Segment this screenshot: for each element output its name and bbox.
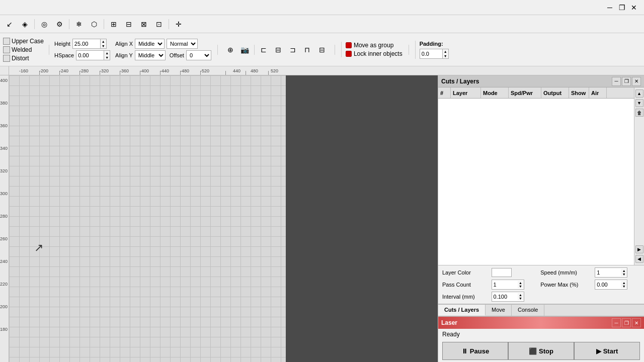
hspace-spin-up[interactable]: ▲ xyxy=(104,51,110,55)
move-as-group-row: Move as group xyxy=(346,42,403,49)
aligny-select[interactable]: Middle Top Bottom xyxy=(135,50,166,60)
cuts-delete-button[interactable]: 🗑 xyxy=(635,109,643,117)
laser-start-button[interactable]: ▶ Start xyxy=(574,342,640,360)
padding-spin-down[interactable]: ▼ xyxy=(443,54,448,58)
align-left-icon[interactable]: ⊏ xyxy=(257,43,270,56)
distort-checkbox-row: Distort xyxy=(3,55,44,62)
align-center-h-icon[interactable]: ⊟ xyxy=(272,43,285,56)
canvas-area[interactable]: ↗ xyxy=(9,75,438,362)
aligny-label: Align Y xyxy=(115,52,133,58)
align-center-v-icon[interactable]: ⊟ xyxy=(315,43,329,56)
toolbar-icon-7[interactable]: ⊞ xyxy=(107,18,120,31)
hspace-spin-down[interactable]: ▼ xyxy=(104,55,110,60)
align-sep xyxy=(254,45,255,55)
toolbar-icon-8[interactable]: ⊟ xyxy=(122,18,135,31)
restore-button[interactable]: ❐ xyxy=(616,2,628,14)
interval-input[interactable] xyxy=(492,292,518,301)
height-row: Height ▲ ▼ xyxy=(54,39,110,49)
upper-case-checkbox[interactable] xyxy=(3,38,10,45)
col-show: Show xyxy=(569,87,589,98)
height-label: Height xyxy=(54,41,70,47)
laser-minimize-button[interactable]: ─ xyxy=(612,318,621,327)
main-toolbar: ↙ ◈ ◎ ⚙ ❄ ⬡ ⊞ ⊟ ⊠ ⊡ ✛ xyxy=(0,15,644,33)
toolbar-icon-3[interactable]: ◎ xyxy=(38,18,51,31)
cuts-side-buttons: ▲ ▼ 🗑 ▶ ◀ xyxy=(634,87,644,265)
group-lock-area: Move as group Lock inner objects xyxy=(341,42,403,57)
toolbar-icon-9[interactable]: ⊠ xyxy=(137,18,150,31)
align-top-icon[interactable]: ⊓ xyxy=(301,43,314,56)
close-button[interactable]: ✕ xyxy=(628,2,640,14)
welded-checkbox[interactable] xyxy=(3,46,10,53)
cuts-up-button[interactable]: ▲ xyxy=(635,89,643,98)
toolbar-icon-1[interactable]: ↙ xyxy=(3,18,16,31)
toolbar-icon-11[interactable]: ✛ xyxy=(172,18,185,31)
titlebar: ─ ❐ ✕ xyxy=(0,0,644,15)
cuts-restore-button[interactable]: ❐ xyxy=(622,77,631,86)
padding-input[interactable] xyxy=(420,49,442,59)
toolbar-icon-2[interactable]: ◈ xyxy=(18,18,31,31)
laser-close-button[interactable]: ✕ xyxy=(632,318,641,327)
laser-stop-button[interactable]: ⬛ Stop xyxy=(508,342,574,360)
offset-select[interactable]: 0 xyxy=(186,50,211,60)
hspace-input[interactable] xyxy=(76,50,104,60)
pass-count-input[interactable] xyxy=(492,280,518,289)
laser-pause-button[interactable]: ⏸ Pause xyxy=(442,342,508,360)
align-right-icon[interactable]: ⊐ xyxy=(286,43,299,56)
toolbar-icon-4[interactable]: ⚙ xyxy=(53,18,66,31)
ruler-corner xyxy=(0,66,9,75)
cuts-panel-title: Cuts / Layers xyxy=(441,78,479,85)
aligny-row: Align Y Middle Top Bottom Offset 0 xyxy=(115,50,211,60)
tab-console[interactable]: Console xyxy=(512,305,544,316)
laser-restore-button[interactable]: ❐ xyxy=(622,318,631,327)
toolbar-icon-10[interactable]: ⊡ xyxy=(152,18,166,31)
ruler-mark-480: -480 xyxy=(180,68,189,73)
interval-spin-up[interactable]: ▲ xyxy=(518,293,524,297)
layer-color-swatch[interactable] xyxy=(492,268,512,277)
tab-cuts-layers[interactable]: Cuts / Layers xyxy=(438,305,486,316)
height-spin-up[interactable]: ▲ xyxy=(101,39,106,44)
laser-titlebar: Laser ─ ❐ ✕ xyxy=(438,317,644,329)
ruler-v-220: 220 xyxy=(0,282,8,287)
tab-move[interactable]: Move xyxy=(486,305,512,316)
toolbar-icon-5[interactable]: ❄ xyxy=(72,18,86,31)
pass-spin-up[interactable]: ▲ xyxy=(518,281,524,285)
alignx-select[interactable]: Middle Left Right xyxy=(135,39,165,49)
interval-spin-down[interactable]: ▼ xyxy=(518,297,524,300)
cuts-minimize-button[interactable]: ─ xyxy=(612,77,621,86)
prop-sep-3 xyxy=(335,45,335,55)
main-area: 400 380 360 340 320 300 280 260 240 220 … xyxy=(0,75,644,362)
ruler-mark-320: -320 xyxy=(100,68,109,73)
cuts-table-wrapper: # Layer Mode Spd/Pwr Output Show Air xyxy=(438,87,634,265)
power-max-input[interactable] xyxy=(595,280,621,289)
distort-checkbox[interactable] xyxy=(3,55,10,62)
cuts-close-button[interactable]: ✕ xyxy=(632,77,641,86)
cuts-right-button[interactable]: ▶ xyxy=(635,245,643,253)
toolbar-icon-6[interactable]: ⬡ xyxy=(88,18,101,31)
height-input[interactable] xyxy=(72,39,100,49)
power-spin-up[interactable]: ▲ xyxy=(621,281,627,285)
cuts-down-button[interactable]: ▼ xyxy=(635,99,643,107)
col-layer: Layer xyxy=(451,87,481,98)
ruler-mark-440: -440 xyxy=(160,68,169,73)
padding-spinbox: ▲ ▼ xyxy=(420,49,449,59)
speed-spin-up[interactable]: ▲ xyxy=(621,269,627,273)
move-as-group-indicator xyxy=(346,42,352,48)
cuts-content-area: # Layer Mode Spd/Pwr Output Show Air ▲ ▼ xyxy=(438,87,644,265)
padding-spin-up[interactable]: ▲ xyxy=(443,49,448,54)
speed-input[interactable] xyxy=(595,268,621,277)
align-icon-camera[interactable]: 📷 xyxy=(238,43,252,56)
alignx-label: Align X xyxy=(115,41,133,47)
speed-spin-down[interactable]: ▼ xyxy=(621,273,627,276)
normal-select[interactable]: Normal xyxy=(167,39,198,49)
height-spin-down[interactable]: ▼ xyxy=(101,44,106,48)
align-icon-target[interactable]: ⊕ xyxy=(224,43,237,56)
minimize-button[interactable]: ─ xyxy=(604,2,616,14)
pass-spin-down[interactable]: ▼ xyxy=(518,285,524,288)
ruler-tick-11 xyxy=(246,71,246,75)
power-max-label: Power Max (%) xyxy=(540,282,591,288)
properties-bar: Upper Case Welded Distort Height ▲ ▼ HSp… xyxy=(0,33,644,66)
padding-spin-btns: ▲ ▼ xyxy=(442,49,449,59)
laser-status: Ready xyxy=(438,329,644,340)
power-spin-down[interactable]: ▼ xyxy=(621,285,627,288)
cuts-left-button[interactable]: ◀ xyxy=(635,255,643,263)
